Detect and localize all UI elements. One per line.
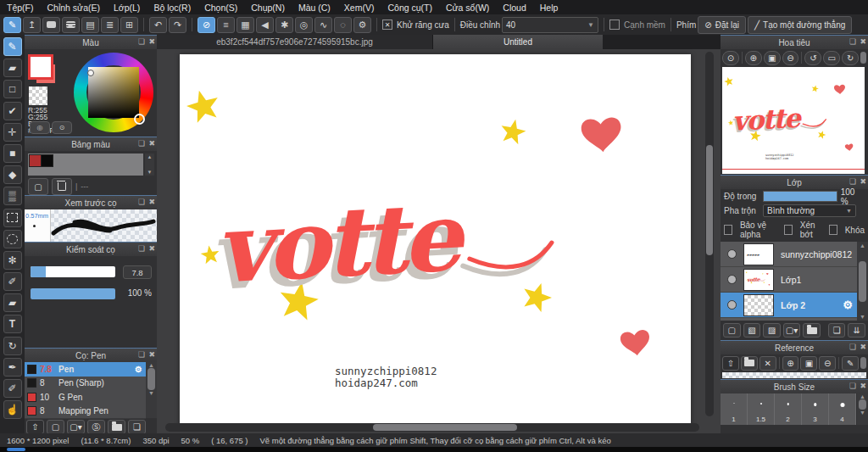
reference-preview-strip[interactable]: [722, 372, 866, 378]
layer-visibility-toggle[interactable]: [727, 249, 737, 259]
ref-clear-button[interactable]: ✕: [760, 356, 776, 371]
brush-tool[interactable]: ✎: [3, 37, 22, 56]
close-icon[interactable]: ✖: [148, 37, 155, 46]
brush-size-1[interactable]: 1: [721, 393, 748, 425]
brush-row-mapping-pen[interactable]: 8 Mapping Pen: [25, 405, 146, 420]
scroll-thumb[interactable]: [147, 368, 155, 390]
snap-grid-button[interactable]: ▦: [236, 17, 254, 33]
nav-zoom-out-button[interactable]: ⊖: [782, 51, 799, 65]
transparent-color-swatch[interactable]: [29, 86, 47, 105]
popout-icon[interactable]: ❏: [849, 382, 856, 390]
menu-color[interactable]: Màu (C): [292, 3, 337, 13]
scroll-thumb[interactable]: [859, 261, 866, 302]
close-icon[interactable]: ✖: [148, 139, 155, 148]
curve-tool[interactable]: ✔: [3, 102, 22, 120]
layer-row-lop1[interactable]: Lớp1: [721, 267, 868, 293]
correction-dropdown[interactable]: 40 ▼: [502, 17, 598, 33]
scroll-down-icon[interactable]: ▼: [147, 170, 153, 175]
ref-eyedropper-button[interactable]: ✎: [842, 356, 859, 371]
eyedropper-tool[interactable]: ✒: [3, 358, 22, 377]
popout-icon[interactable]: ❏: [138, 139, 145, 148]
scroll-thumb[interactable]: [859, 399, 866, 410]
layer-visibility-toggle[interactable]: [727, 300, 737, 310]
layer-row-lop2[interactable]: Lớp 2 ⚙: [721, 293, 868, 318]
move-tool[interactable]: ✛: [3, 123, 22, 142]
brush-row-pen-sharp[interactable]: 8 Pen (Sharp): [25, 377, 146, 392]
ref-zoom-out-button[interactable]: ⊖: [819, 356, 836, 371]
gear-icon[interactable]: ⚙: [843, 299, 853, 311]
add-layer-menu-button[interactable]: ▢▾: [783, 323, 801, 338]
lock-checkbox[interactable]: [829, 225, 837, 235]
close-icon[interactable]: ✖: [860, 343, 866, 351]
layer-row-watermark[interactable]: ▰▰▰▰▰ sunnyzchippi0812: [721, 242, 868, 267]
close-icon[interactable]: ✖: [860, 177, 866, 186]
select-rect-tool[interactable]: [3, 209, 22, 227]
brush-size-1-5[interactable]: 1.5: [748, 393, 775, 425]
undo-button[interactable]: ↶: [149, 17, 167, 33]
brush-duplicate-button[interactable]: ❏: [128, 420, 146, 434]
ref-cloud-button[interactable]: ⇧: [722, 356, 739, 371]
panel-list-button[interactable]: ≣: [101, 17, 119, 33]
scroll-down-icon[interactable]: ▼: [860, 314, 865, 320]
foreground-color-swatch[interactable]: [28, 54, 53, 80]
hue-cursor[interactable]: [134, 114, 145, 125]
canvas-horizontal-scrollbar[interactable]: [165, 423, 699, 432]
ref-fit-button[interactable]: ▣: [800, 356, 817, 371]
snap-vanishing-button[interactable]: ◀: [256, 17, 274, 33]
canvas-page[interactable]: votte votte sunnyzchippi0812 hoidap247.c…: [180, 54, 691, 426]
color-mode-button-1[interactable]: ◎: [30, 121, 50, 134]
scroll-down-icon[interactable]: ▼: [860, 410, 865, 416]
snap-circle-button[interactable]: ◎: [295, 17, 313, 33]
snap-off-button[interactable]: ⊘: [198, 17, 215, 33]
close-icon[interactable]: ✖: [860, 37, 866, 46]
brush-add-button[interactable]: ▢: [47, 420, 64, 434]
magic-wand-tool[interactable]: ✻: [3, 251, 22, 270]
tab-document-jpg[interactable]: eb3f2cf544df757e906e7274595915bc.jpg: [157, 35, 433, 49]
nav-toolbar-scroll-thumb[interactable]: [860, 52, 866, 64]
nav-fit-button[interactable]: ▣: [764, 51, 781, 65]
close-icon[interactable]: ✖: [148, 350, 155, 359]
menu-view[interactable]: Xem(V): [337, 3, 381, 13]
palette-swatch-black[interactable]: [41, 154, 53, 167]
snap-settings-button[interactable]: ⚙: [353, 17, 371, 33]
snap-curve-button[interactable]: ∿: [314, 17, 332, 33]
menu-edit[interactable]: Chỉnh sửa(E): [41, 3, 107, 13]
add-8bit-layer-button[interactable]: ▧: [743, 323, 761, 338]
operation-tool[interactable]: ↻: [3, 337, 22, 355]
brush-size-3[interactable]: 3: [802, 393, 829, 425]
ref-toolbar-scroll-thumb[interactable]: [860, 357, 866, 369]
brush-folder-button[interactable]: [108, 420, 125, 434]
eraser-tool[interactable]: ▰: [3, 59, 22, 77]
brush-cloud-upload-button[interactable]: ⇧: [26, 420, 44, 434]
add-layer-button[interactable]: ▢: [723, 323, 741, 338]
soft-edge-checkbox[interactable]: [609, 20, 620, 30]
scroll-up-icon[interactable]: ▲: [860, 243, 865, 248]
brush-size-slider[interactable]: [31, 266, 115, 277]
brush-row-gpen[interactable]: 10 G Pen: [25, 390, 146, 405]
nav-fit-screen-button[interactable]: ▭: [823, 51, 840, 65]
palette-scrollbar[interactable]: ▲ ▼: [145, 153, 154, 176]
sv-cursor[interactable]: [87, 70, 94, 76]
menu-snap[interactable]: Chụp(N): [244, 3, 292, 13]
nav-rotate-reset-button[interactable]: ↻: [842, 51, 859, 65]
brush-row-pen[interactable]: 7.8 Pen ⚙: [25, 362, 146, 377]
canvas-vertical-scrollbar[interactable]: [705, 52, 714, 416]
antialias-checkbox[interactable]: ✕: [382, 20, 392, 30]
snap-radial-button[interactable]: ✱: [275, 17, 293, 33]
blend-mode-dropdown[interactable]: Bình thường ▼: [763, 204, 856, 217]
lasso-tool[interactable]: [3, 230, 22, 248]
paint-mode-button[interactable]: ✎: [3, 17, 21, 33]
popout-icon[interactable]: ❏: [849, 343, 856, 351]
brush-size-scrollbar[interactable]: ▲ ▼: [857, 393, 868, 425]
comment-button[interactable]: [42, 17, 60, 33]
layer-list-scrollbar[interactable]: ▲ ▼: [857, 242, 868, 321]
menu-filter[interactable]: Bộ lọc(R): [147, 3, 198, 13]
layer-opacity-slider[interactable]: [763, 191, 837, 202]
palette-swatch-red[interactable]: [29, 154, 42, 167]
bucket-tool[interactable]: ◆: [3, 165, 22, 184]
menu-select[interactable]: Chọn(S): [198, 3, 244, 13]
scroll-up-icon[interactable]: ▲: [148, 362, 154, 368]
menu-cloud[interactable]: Cloud: [496, 3, 532, 13]
close-icon[interactable]: ✖: [860, 382, 866, 390]
duplicate-layer-button[interactable]: ❏: [828, 323, 846, 338]
